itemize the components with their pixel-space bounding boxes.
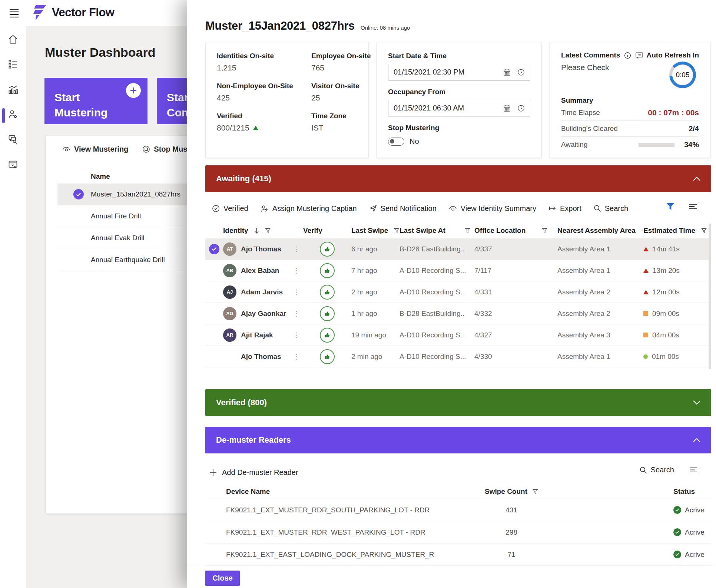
row-menu-icon[interactable]: ⋮ (290, 353, 303, 361)
export-button[interactable]: Export (548, 204, 581, 213)
device-row[interactable]: FK9021.1_EXT_MUSTER_RDR_WEST_PARKING_LOT… (205, 521, 711, 544)
modal-header: Muster_15Jan2021_0827hrs Online: 08 mins… (205, 19, 410, 33)
view-options-icon[interactable] (688, 203, 698, 210)
column-device-name: Device Name (226, 488, 434, 496)
occupancy-from-input[interactable]: 01/15/2021 06:30 AM (388, 100, 530, 116)
start-datetime-input[interactable]: 01/15/2021 02:30 PM (388, 64, 530, 80)
device-row[interactable]: FK9021.1_EXT_EAST_LOADING_DOCK_PARKING_M… (205, 544, 711, 566)
verify-thumb-button[interactable] (320, 263, 335, 278)
app-settings-icon[interactable] (8, 159, 18, 170)
verify-thumb-button[interactable] (320, 242, 335, 257)
search-button[interactable]: Search (594, 204, 628, 213)
send-notification-button[interactable]: Send Notification (369, 204, 437, 213)
identity-row[interactable]: AR Ajit Rajak ⋮ 19 min ago A-D10 Recordi… (205, 324, 711, 346)
filter-funnel-icon[interactable] (533, 489, 538, 494)
user-settings-icon[interactable] (8, 109, 18, 119)
device-row[interactable]: FK9021.1_EXT_MUSTER_RDR_SOUTH_PARKING_LO… (205, 499, 711, 521)
verify-thumb-button[interactable] (320, 349, 335, 364)
comments-summary-card: Latest Comments Auto Refresh In Please C… (550, 42, 710, 158)
assign-captain-button[interactable]: Assign Mustering Captian (261, 204, 357, 213)
queue-list-icon[interactable] (8, 59, 18, 69)
filter-funnel-active-icon[interactable] (666, 202, 675, 211)
calendar-icon[interactable] (503, 69, 511, 76)
muster-detail-modal: Muster_15Jan2021_0827hrs Online: 08 mins… (187, 0, 716, 588)
demuster-section-header[interactable]: De-muster Readers (205, 427, 711, 453)
awaiting-table: Identity Verify Last Swipe Last Swipe At… (205, 223, 711, 367)
check-circle-icon (212, 205, 220, 212)
verify-thumb-button[interactable] (320, 306, 335, 321)
filter-funnel-icon[interactable] (701, 228, 707, 233)
row-menu-icon[interactable]: ⋮ (290, 331, 303, 339)
export-icon (548, 205, 556, 212)
auto-refresh-timer: 0:05 (669, 62, 696, 88)
estimated-time-indicator (643, 268, 649, 273)
list-item[interactable]: Annual Earthquake Drill (57, 249, 201, 271)
filter-funnel-icon[interactable] (394, 228, 400, 233)
muster-list-name-header: Name (91, 172, 110, 181)
row-menu-icon[interactable]: ⋮ (290, 288, 303, 296)
identity-row[interactable]: AB Alex Baban ⋮ 7 hr ago A-D10 Recording… (205, 260, 711, 281)
selected-check-icon[interactable] (209, 244, 219, 254)
comment-icon[interactable] (635, 52, 643, 59)
column-last-swipe-at: Last Swipe At (400, 227, 474, 235)
identity-row[interactable]: AG Ajay Gaonkar ⋮ 1 hr ago B-D28 EastBui… (205, 303, 711, 324)
chevron-up-icon[interactable] (692, 176, 701, 181)
table-scrollbar[interactable] (709, 224, 711, 369)
close-button[interactable]: Close (205, 571, 240, 586)
awaiting-progress-bar (639, 143, 674, 147)
row-menu-icon[interactable]: ⋮ (290, 245, 303, 253)
visitor-value: 25 (311, 93, 371, 102)
awaiting-section-header[interactable]: Awaiting (415) (205, 165, 711, 192)
clock-icon[interactable] (517, 105, 525, 112)
start-mustering-button[interactable]: Start Mustering (44, 78, 147, 124)
list-item[interactable]: Annual Evak Drill (57, 227, 201, 249)
identity-row[interactable]: AJ Adam Jarvis ⋮ 2 hr ago A-D10 Recordin… (205, 281, 711, 303)
column-last-swipe: Last Swipe (351, 227, 400, 235)
column-estimated-time: Estimated Time (643, 227, 711, 235)
column-verify: Verify (303, 227, 351, 235)
chevron-up-icon[interactable] (692, 437, 701, 443)
identity-row[interactable]: AT Ajo Thomas ⋮ 6 hr ago B-D28 EastBuild… (205, 238, 711, 260)
demuster-table-header: Device Name Swipe Count Status (205, 484, 711, 499)
filter-funnel-icon[interactable] (265, 228, 271, 233)
list-item[interactable]: Annual Fire Drill (57, 205, 201, 227)
identity-row[interactable]: AT Ajo Thomas ⋮ 2 min ago A-D10 Recordin… (205, 346, 711, 367)
comment-search-icon[interactable] (8, 134, 18, 145)
verify-thumb-button[interactable] (320, 285, 335, 300)
row-menu-icon[interactable]: ⋮ (290, 267, 303, 275)
verify-thumb-button[interactable] (320, 328, 335, 343)
home-icon[interactable] (8, 34, 18, 44)
demuster-search-button[interactable]: Search (640, 466, 674, 474)
add-demuster-reader-button[interactable]: Add De-muster Reader (209, 464, 298, 480)
stop-mustering-toggle[interactable] (388, 138, 404, 146)
list-item[interactable]: Muster_15Jan2021_0827hrs (57, 184, 201, 205)
info-icon[interactable] (624, 52, 631, 59)
verified-section-header[interactable]: Verified (800) (205, 389, 711, 416)
demuster-table: Device Name Swipe Count Status FK9021.1_… (205, 484, 711, 566)
eye-icon (449, 205, 457, 212)
clock-icon[interactable] (517, 69, 525, 76)
calendar-icon[interactable] (503, 105, 511, 112)
controls-card: Start Date & Time 01/15/2021 02:30 PM Oc… (377, 42, 542, 158)
row-menu-icon[interactable]: ⋮ (290, 310, 303, 318)
view-options-icon[interactable] (689, 467, 698, 473)
view-mustering-button[interactable]: View Mustering (62, 145, 128, 153)
eye-icon (62, 146, 70, 153)
column-swipe-count: Swipe Count (434, 488, 589, 496)
chevron-down-icon[interactable] (692, 400, 701, 405)
sort-descending-icon[interactable] (254, 228, 259, 234)
analytics-icon[interactable] (8, 85, 18, 95)
nonemployee-value: 425 (217, 93, 311, 102)
menu-icon[interactable] (9, 8, 19, 18)
avatar: AB (223, 264, 236, 277)
verified-action-button[interactable]: Verified (212, 204, 248, 213)
filter-funnel-icon[interactable] (542, 228, 547, 233)
avatar: AG (223, 307, 236, 320)
page-title: Muster Dashboard (45, 45, 156, 60)
avatar: AR (223, 328, 236, 342)
estimated-time-indicator (643, 354, 648, 359)
filter-funnel-icon[interactable] (465, 228, 470, 233)
up-triangle-icon (253, 126, 258, 130)
view-identity-summary-button[interactable]: View Identity Summary (449, 204, 536, 213)
muster-list-toolbar: View Mustering Stop Musterin (62, 145, 203, 153)
